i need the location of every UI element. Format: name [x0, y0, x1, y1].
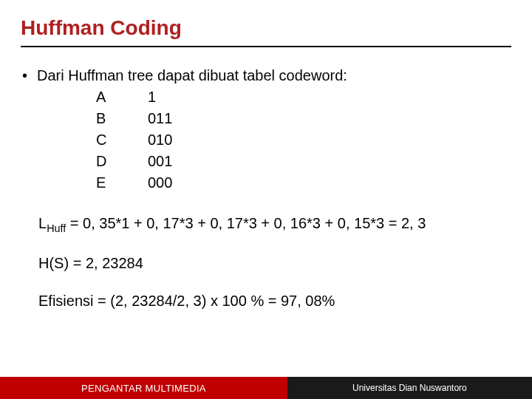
formula-block: LHuff = 0, 35*1 + 0, 17*3 + 0, 17*3 + 0,…	[38, 213, 511, 312]
slide-title: Huffman Coding	[21, 16, 511, 44]
formula-L-prefix: L	[38, 215, 47, 231]
symbol-cell: C	[96, 129, 148, 151]
table-row: D 001	[96, 151, 511, 172]
table-row: C 010	[96, 129, 511, 151]
formula-H: H(S) = 2, 23284	[38, 253, 511, 274]
code-cell: 1	[148, 86, 156, 108]
bullet-icon	[21, 65, 37, 86]
code-cell: 011	[148, 108, 172, 129]
table-row: A 1	[96, 86, 511, 108]
symbol-cell: E	[96, 172, 148, 194]
formula-L: LHuff = 0, 35*1 + 0, 17*3 + 0, 17*3 + 0,…	[38, 213, 511, 236]
formula-L-rest: = 0, 35*1 + 0, 17*3 + 0, 17*3 + 0, 16*3 …	[66, 215, 426, 231]
code-cell: 001	[148, 151, 172, 172]
table-row: B 011	[96, 108, 511, 129]
title-underline	[21, 46, 511, 47]
symbol-cell: B	[96, 108, 148, 129]
footer: PENGANTAR MULTIMEDIA Universitas Dian Nu…	[0, 377, 532, 399]
bullet-item: Dari Huffman tree dapat dibuat tabel cod…	[21, 65, 511, 194]
lead-text: Dari Huffman tree dapat dibuat tabel cod…	[37, 65, 511, 86]
formula-efficiency: Efisiensi = (2, 23284/2, 3) x 100 % = 97…	[38, 290, 511, 312]
formula-L-subscript: Huff	[47, 222, 66, 234]
table-row: E 000	[96, 172, 511, 194]
slide: Huffman Coding Dari Huffman tree dapat d…	[0, 0, 532, 399]
slide-body: Dari Huffman tree dapat dibuat tabel cod…	[21, 65, 511, 312]
code-cell: 000	[148, 172, 172, 194]
footer-left: PENGANTAR MULTIMEDIA	[0, 377, 287, 399]
symbol-cell: D	[96, 151, 148, 172]
codeword-table: A 1 B 011 C 010 D 001	[96, 86, 511, 194]
symbol-cell: A	[96, 86, 148, 108]
code-cell: 010	[148, 129, 172, 151]
footer-right: Universitas Dian Nuswantoro	[287, 377, 532, 399]
